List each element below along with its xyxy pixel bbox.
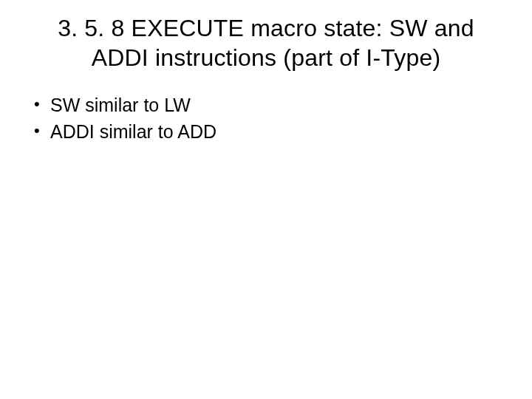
- bullet-list: SW similar to LW ADDI similar to ADD: [22, 93, 510, 145]
- slide-title: 3. 5. 8 EXECUTE macro state: SW and ADDI…: [30, 13, 502, 72]
- bullet-item: SW similar to LW: [30, 93, 510, 118]
- slide-container: 3. 5. 8 EXECUTE macro state: SW and ADDI…: [0, 0, 532, 399]
- bullet-item: ADDI similar to ADD: [30, 120, 510, 145]
